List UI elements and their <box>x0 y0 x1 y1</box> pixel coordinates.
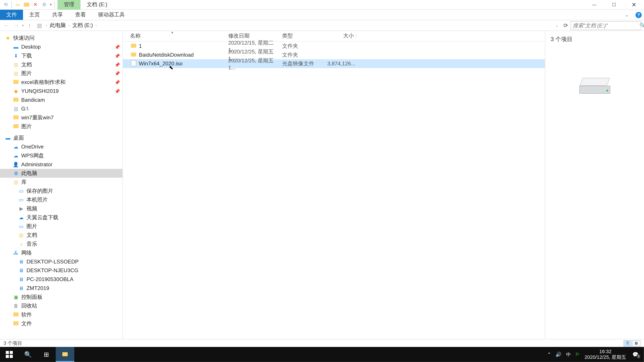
tree-label: 图片 <box>21 123 32 130</box>
start-button[interactable] <box>0 347 18 362</box>
tree-label: 文件 <box>21 320 32 327</box>
ribbon-expand-icon[interactable]: ⌄ <box>620 10 633 20</box>
column-overflow-icon[interactable]: ⋮ <box>354 33 358 38</box>
tree-label: 音乐 <box>26 240 37 248</box>
tree-item[interactable]: 文件 <box>0 319 122 328</box>
task-view-button[interactable]: ⊞ <box>37 347 56 362</box>
qat-props-icon[interactable]: ▭ <box>14 1 22 8</box>
help-button[interactable]: ? <box>633 10 644 20</box>
tray-overflow-icon[interactable]: ⌃ <box>547 352 551 357</box>
tree-desktop-root[interactable]: ▬ 桌面 <box>0 133 122 142</box>
breadcrumb[interactable]: 此电脑 › 文档 (E:) › <box>49 22 553 29</box>
tree-item[interactable]: ☁天翼云盘下载 <box>0 213 122 222</box>
file-row[interactable]: 1 2020/12/15, 星期二 1... 文件夹 <box>123 41 545 50</box>
qat-dropdown-icon[interactable]: ▾ <box>49 3 53 7</box>
tree-item[interactable]: ☁OneDrive <box>0 142 122 151</box>
tree-item[interactable]: ▶视频 <box>0 204 122 213</box>
minimize-button[interactable]: — <box>584 0 604 9</box>
tree-item[interactable]: Bandicam <box>0 95 122 104</box>
tree-item[interactable]: ⬇下载 📌 <box>0 51 122 60</box>
tree-item[interactable]: excel表格制作求和 📌 <box>0 78 122 87</box>
tray-date: 2020/12/25, 星期五 <box>585 355 626 360</box>
file-list[interactable]: 名称 ▲ 修改日期 类型 大小 ⋮ 1 2020/12/15, 星期二 1...… <box>123 31 545 339</box>
ribbon-context-tab-manage[interactable]: 管理 <box>58 0 80 9</box>
tree-item[interactable]: ▥G:\ <box>0 104 122 113</box>
tree-item[interactable]: ▬Desktop 📌 <box>0 42 122 51</box>
column-header-type[interactable]: 类型 <box>282 32 327 40</box>
column-header-name[interactable]: 名称 ▲ <box>130 32 228 40</box>
tree-item[interactable]: ▭本机照片 <box>0 195 122 204</box>
ribbon-tab-drivetools[interactable]: 驱动器工具 <box>92 10 131 20</box>
svg-rect-0 <box>6 351 9 354</box>
tree-item[interactable]: 🖥DESKTOP-NJEU3CG <box>0 266 122 275</box>
tree-quick-access[interactable]: ★ 快速访问 <box>0 33 122 42</box>
navigation-tree[interactable]: ★ 快速访问 ▬Desktop 📌 ⬇下载 📌 ▥文档 📌 ▥图片 📌 exce… <box>0 31 123 339</box>
search-box[interactable]: 🔍 <box>570 21 641 30</box>
tree-item[interactable]: 图片 <box>0 122 122 131</box>
tray-security-icon[interactable]: 🏳 <box>575 352 580 357</box>
chevron-right-icon[interactable]: › <box>44 23 49 27</box>
nav-back-button[interactable]: ← <box>2 21 12 30</box>
tree-item[interactable]: 🖥DESKTOP-LSSOEDP <box>0 257 122 266</box>
close-button[interactable]: ✕ <box>624 0 644 9</box>
tree-item[interactable]: ▭保存的图片 <box>0 187 122 195</box>
view-thumbnails-button[interactable]: ▦ <box>632 340 640 346</box>
column-header-date[interactable]: 修改日期 <box>228 32 282 40</box>
qat-new-folder-icon[interactable] <box>22 1 30 8</box>
tree-item[interactable]: 软件 <box>0 310 122 319</box>
cursor-icon: ⬉ <box>169 64 173 71</box>
taskbar-search-button[interactable]: 🔍 <box>18 347 37 362</box>
view-details-button[interactable]: ☰ <box>624 340 632 346</box>
tree-network[interactable]: 🖧 网络 <box>0 248 122 257</box>
maximize-button[interactable]: ☐ <box>604 0 624 9</box>
nav-history-dropdown-icon[interactable]: ▾ <box>21 24 25 27</box>
tree-item[interactable]: ▥文档 📌 <box>0 60 122 69</box>
tree-label: PC-20190530OBLA <box>26 276 74 282</box>
tree-item[interactable]: 👤Administrator <box>0 160 122 169</box>
chevron-right-icon[interactable]: › <box>94 23 98 27</box>
ribbon-tab-view[interactable]: 查看 <box>69 10 92 20</box>
qat-delete-icon[interactable]: ✕ <box>31 1 39 8</box>
tray-volume-icon[interactable]: 🔊 <box>556 352 562 357</box>
tree-item[interactable]: ☁WPS网盘 <box>0 151 122 160</box>
search-input[interactable] <box>573 22 640 28</box>
folder-icon <box>130 42 137 49</box>
tree-item[interactable]: win7重装win7 <box>0 113 122 122</box>
file-row[interactable]: BaiduNetdiskDownload 2020/12/25, 星期五 1..… <box>123 50 545 59</box>
ribbon: 文件 主页 共享 查看 驱动器工具 ⌄ ? <box>0 10 644 20</box>
taskbar-explorer-button[interactable] <box>56 347 74 362</box>
tree-item[interactable]: 🖥ZMT2019 <box>0 284 122 293</box>
column-header-size[interactable]: 大小 <box>327 32 354 40</box>
ribbon-tab-home[interactable]: 主页 <box>23 10 46 20</box>
windows-logo-icon <box>6 351 13 358</box>
tree-item[interactable]: 🖥PC-20190530OBLA <box>0 275 122 284</box>
tree-item[interactable]: ▭图片 <box>0 222 122 231</box>
refresh-button[interactable]: ⟳ <box>561 22 570 28</box>
tree-label: win7重装win7 <box>21 114 54 121</box>
nav-up-button[interactable]: ↑ <box>25 21 34 30</box>
address-dropdown-icon[interactable]: ⌄ <box>553 23 561 27</box>
qat-settings-icon[interactable]: ⚙ <box>40 1 48 8</box>
drive-icon: ▥ <box>36 21 43 29</box>
tree-item[interactable]: 🗑回收站 <box>0 301 122 310</box>
tree-item[interactable]: ▥库 <box>0 178 122 187</box>
tree-item[interactable]: ◆YUNQISHI2019 📌 <box>0 87 122 95</box>
file-row[interactable]: Win7x64_2020.iso 2020/12/25, 星期五 1... 光盘… <box>123 59 545 68</box>
ribbon-tab-share[interactable]: 共享 <box>46 10 69 20</box>
breadcrumb-segment[interactable]: 文档 (E:) <box>71 22 94 29</box>
help-icon: ? <box>636 12 642 18</box>
tree-label: Desktop <box>21 44 41 50</box>
tree-item[interactable]: ▥图片 📌 <box>0 69 122 78</box>
tree-item[interactable]: ♪音乐 <box>0 240 122 248</box>
tree-item[interactable]: 🖥此电脑 <box>0 169 122 178</box>
tray-clock[interactable]: 16:32 2020/12/25, 星期五 <box>585 349 626 360</box>
ribbon-tab-file[interactable]: 文件 <box>0 10 23 20</box>
chevron-right-icon[interactable]: › <box>66 23 71 27</box>
nav-forward-button[interactable]: → <box>12 21 21 30</box>
action-center-button[interactable]: 💬 3 <box>630 350 640 359</box>
breadcrumb-segment[interactable]: 此电脑 <box>49 22 66 29</box>
search-icon[interactable]: 🔍 <box>640 22 644 28</box>
tree-item[interactable]: ▥文档 <box>0 231 122 240</box>
tray-ime-indicator[interactable]: 中 <box>566 351 571 358</box>
tree-item[interactable]: ▣控制面板 <box>0 293 122 302</box>
